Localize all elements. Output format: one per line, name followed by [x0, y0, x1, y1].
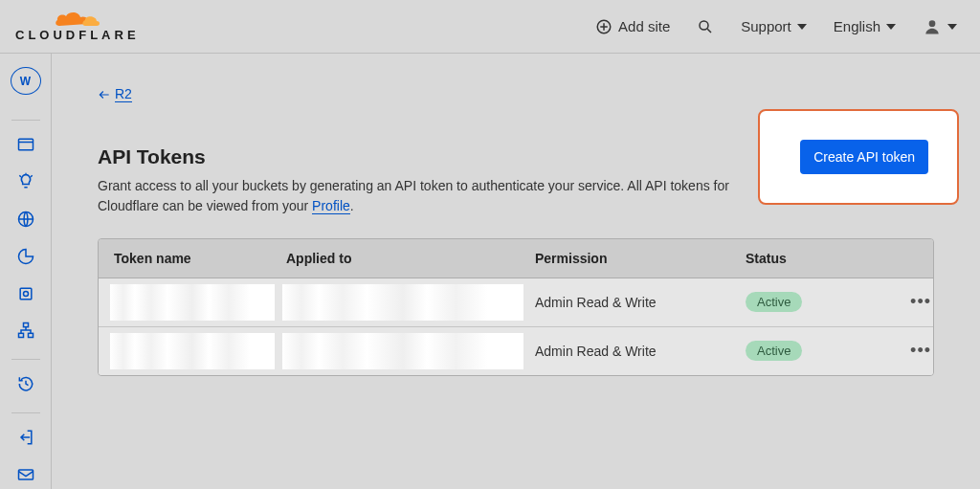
- main-content: R2 API Tokens Grant access to all your b…: [52, 54, 980, 489]
- chevron-down-icon: [947, 24, 957, 30]
- create-api-token-button[interactable]: Create API token: [800, 140, 928, 174]
- col-status: Status: [746, 251, 880, 266]
- svg-rect-7: [23, 323, 28, 327]
- pie-chart-icon: [16, 247, 35, 266]
- account-initial: W: [20, 75, 31, 88]
- status-badge: Active: [746, 341, 802, 361]
- col-permission: Permission: [535, 251, 746, 266]
- sidebar-item-history[interactable]: [7, 369, 45, 399]
- page-title: API Tokens: [98, 145, 768, 168]
- history-icon: [16, 374, 35, 393]
- chevron-down-icon: [886, 24, 896, 30]
- breadcrumb-back[interactable]: R2: [98, 86, 132, 102]
- svg-rect-5: [20, 288, 32, 300]
- redacted-applied-to: [282, 333, 523, 369]
- row-actions-menu[interactable]: •••: [880, 292, 934, 312]
- globe-icon: [16, 210, 35, 229]
- search-button[interactable]: [697, 18, 714, 35]
- add-site-label: Add site: [618, 18, 670, 34]
- svg-rect-3: [18, 140, 33, 151]
- create-token-callout: Create API token: [758, 109, 959, 205]
- sidebar-item-domains[interactable]: [7, 205, 45, 234]
- row-actions-menu[interactable]: •••: [880, 341, 934, 361]
- col-applied-to: Applied to: [286, 251, 535, 266]
- sidebar-item-websites[interactable]: [7, 130, 45, 160]
- window-icon: [16, 135, 35, 154]
- cell-status: Active: [746, 341, 880, 361]
- svg-point-6: [23, 291, 28, 296]
- table-header-row: Token name Applied to Permission Status: [99, 239, 933, 278]
- sidebar-item-network[interactable]: [7, 316, 45, 345]
- topbar-right: Add site Support English: [595, 17, 957, 36]
- user-menu[interactable]: [923, 17, 957, 36]
- arrow-left-icon: [98, 88, 111, 101]
- svg-point-1: [700, 21, 708, 30]
- col-token-name: Token name: [114, 251, 286, 266]
- redacted-applied-to: [282, 284, 523, 321]
- search-icon: [697, 18, 714, 35]
- page-description: Grant access to all your buckets by gene…: [98, 176, 768, 217]
- top-bar: CLOUDFLARE Add site Support English: [0, 0, 980, 54]
- chevron-down-icon: [797, 24, 807, 30]
- svg-point-2: [929, 20, 936, 27]
- support-label: Support: [741, 18, 791, 34]
- add-site-button[interactable]: Add site: [595, 18, 670, 35]
- profile-link[interactable]: Profile: [312, 198, 350, 214]
- lightbulb-icon: [16, 172, 35, 191]
- table-row: Admin Read & Write Active •••: [99, 278, 933, 327]
- plus-circle-icon: [595, 18, 612, 35]
- cell-permission: Admin Read & Write: [535, 344, 746, 359]
- sidebar-item-discover[interactable]: [7, 167, 45, 197]
- redacted-token-name: [110, 333, 275, 369]
- sidebar: W: [0, 54, 52, 489]
- login-icon: [16, 428, 35, 447]
- status-badge: Active: [746, 292, 802, 312]
- mail-icon: [16, 465, 35, 484]
- table-row: Admin Read & Write Active •••: [99, 327, 933, 375]
- description-suffix: .: [350, 198, 354, 213]
- description-prefix: Grant access to all your buckets by gene…: [98, 178, 729, 214]
- sidebar-item-logout[interactable]: [7, 422, 45, 452]
- cell-permission: Admin Read & Write: [535, 295, 746, 310]
- svg-rect-9: [28, 334, 33, 338]
- sidebar-item-analytics[interactable]: [7, 241, 45, 271]
- shield-settings-icon: [16, 284, 35, 303]
- main-layout: W: [0, 54, 980, 489]
- sidebar-item-email[interactable]: [7, 459, 45, 489]
- svg-rect-10: [18, 470, 33, 479]
- account-switcher[interactable]: W: [11, 67, 41, 95]
- cell-status: Active: [746, 292, 880, 312]
- sidebar-divider: [11, 120, 40, 121]
- redacted-token-name: [110, 284, 275, 321]
- svg-rect-8: [18, 334, 23, 338]
- language-label: English: [834, 18, 880, 34]
- sidebar-divider: [11, 359, 40, 360]
- brand-name: CLOUDFLARE: [15, 28, 140, 42]
- breadcrumb-back-label: R2: [115, 86, 132, 102]
- language-menu[interactable]: English: [834, 18, 896, 34]
- support-menu[interactable]: Support: [741, 18, 807, 34]
- user-icon: [923, 17, 942, 36]
- tokens-table: Token name Applied to Permission Status …: [98, 238, 934, 376]
- network-icon: [16, 321, 35, 340]
- sidebar-divider: [11, 412, 40, 413]
- cloud-icon: [54, 11, 101, 30]
- brand-logo[interactable]: CLOUDFLARE: [15, 11, 140, 42]
- section-header-text: API Tokens Grant access to all your buck…: [98, 145, 768, 217]
- sidebar-item-security[interactable]: [7, 278, 45, 308]
